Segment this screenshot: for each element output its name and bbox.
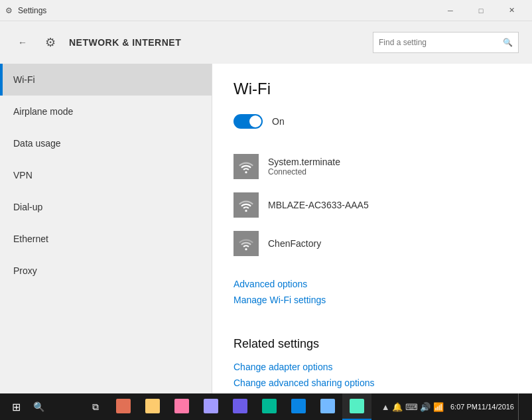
taskbar-app-1[interactable]: [138, 393, 167, 420]
app-container: ← ⚙ NETWORK & INTERNET 🔍 Wi-Fi Airplane …: [0, 21, 532, 393]
wifi-signal-icon-0: [233, 154, 259, 179]
task-view-button[interactable]: ⧉: [82, 393, 109, 420]
network-item-0[interactable]: System.terminate Connected: [233, 147, 496, 186]
search-icon: 🔍: [503, 38, 513, 47]
titlebar: ⚙ Settings ─ □ ✕: [0, 0, 532, 21]
divider: [233, 263, 496, 273]
sidebar-item-vpn[interactable]: VPN: [0, 159, 212, 191]
network-name-1: MBLAZE-AC3633-AAA5: [268, 200, 369, 210]
sidebar: Wi-Fi Airplane mode Data usage VPN Dial-…: [0, 64, 212, 393]
network-name-2: ChenFactory: [268, 238, 321, 249]
network-info-1: MBLAZE-AC3633-AAA5: [268, 200, 369, 210]
sidebar-item-ethernet[interactable]: Ethernet: [0, 223, 212, 255]
app-body: Wi-Fi Airplane mode Data usage VPN Dial-…: [0, 64, 532, 393]
taskbar-app-5[interactable]: [255, 393, 284, 420]
network-info-2: ChenFactory: [268, 238, 321, 249]
network-info-0: System.terminate Connected: [268, 157, 340, 176]
taskbar-apps: [109, 393, 373, 420]
page-title: Wi-Fi: [233, 80, 496, 98]
search-box[interactable]: 🔍: [373, 32, 519, 53]
toggle-label: On: [272, 116, 285, 127]
sidebar-item-airplane[interactable]: Airplane mode: [0, 96, 212, 127]
sidebar-item-dialup[interactable]: Dial-up: [0, 191, 212, 223]
main-content: Wi-Fi On: [212, 64, 517, 393]
network-status-0: Connected: [268, 167, 340, 176]
start-button[interactable]: ⊞: [3, 393, 29, 420]
taskbar-app-2[interactable]: [167, 393, 196, 420]
taskbar-app-6[interactable]: [284, 393, 313, 420]
taskbar: ⊞ 🔍 ⧉ ▲ 🔔 ⌨ 🔊 📶: [0, 393, 532, 420]
wifi-signal-icon-1: [233, 192, 259, 218]
wifi-toggle[interactable]: [233, 114, 263, 129]
taskbar-app-8[interactable]: [342, 393, 371, 420]
taskbar-tray: ▲ 🔔 ⌨ 🔊 📶 6:07 PM 11/14/2016: [373, 393, 529, 420]
manage-wifi-link[interactable]: Manage Wi-Fi settings: [233, 295, 496, 305]
search-button[interactable]: 🔍: [29, 393, 82, 420]
taskbar-app-3[interactable]: [196, 393, 226, 420]
tray-clock[interactable]: 6:07 PM 11/14/2016: [448, 393, 517, 420]
divider2: [233, 311, 496, 321]
sidebar-item-proxy[interactable]: Proxy: [0, 255, 212, 287]
clock-time: 6:07 PM: [450, 402, 478, 411]
titlebar-icon: ⚙: [5, 6, 13, 15]
network-item-1[interactable]: MBLAZE-AC3633-AAA5: [233, 186, 496, 224]
minimize-button[interactable]: ─: [435, 0, 466, 21]
maximize-button[interactable]: □: [466, 0, 496, 21]
toggle-knob: [249, 115, 261, 127]
titlebar-left: ⚙ Settings: [5, 6, 435, 15]
header-left: ← ⚙ NETWORK & INTERNET: [13, 33, 362, 52]
close-button[interactable]: ✕: [496, 0, 527, 21]
app-header: ← ⚙ NETWORK & INTERNET 🔍: [0, 21, 532, 64]
network-name-0: System.terminate: [268, 157, 340, 167]
related-settings-title: Related settings: [233, 337, 496, 351]
sidebar-item-wifi[interactable]: Wi-Fi: [0, 64, 212, 96]
adapter-options-link[interactable]: Change adapter options: [233, 362, 496, 372]
titlebar-controls: ─ □ ✕: [435, 0, 527, 21]
back-button[interactable]: ←: [13, 33, 32, 52]
settings-gear-icon: ⚙: [41, 33, 60, 52]
app-title: NETWORK & INTERNET: [69, 37, 181, 48]
show-desktop-button[interactable]: [518, 393, 524, 420]
sidebar-item-data-usage[interactable]: Data usage: [0, 127, 212, 159]
wifi-toggle-row: On: [233, 114, 496, 129]
search-taskbar-icon: 🔍: [33, 401, 44, 412]
network-item-2[interactable]: ChenFactory: [233, 224, 496, 263]
advanced-options-link[interactable]: Advanced options: [233, 279, 496, 289]
wifi-signal-icon-2: [233, 231, 259, 256]
taskbar-app-0[interactable]: [109, 393, 138, 420]
taskbar-app-7[interactable]: [313, 393, 342, 420]
main-content-wrap: Wi-Fi On: [212, 64, 532, 393]
taskbar-app-4[interactable]: [226, 393, 255, 420]
tray-icons[interactable]: ▲ 🔔 ⌨ 🔊 📶: [379, 393, 446, 420]
clock-date: 11/14/2016: [478, 402, 514, 411]
search-input[interactable]: [379, 38, 503, 47]
sharing-options-link[interactable]: Change advanced sharing options: [233, 378, 496, 388]
divider3: [233, 321, 496, 332]
titlebar-title: Settings: [18, 6, 46, 15]
